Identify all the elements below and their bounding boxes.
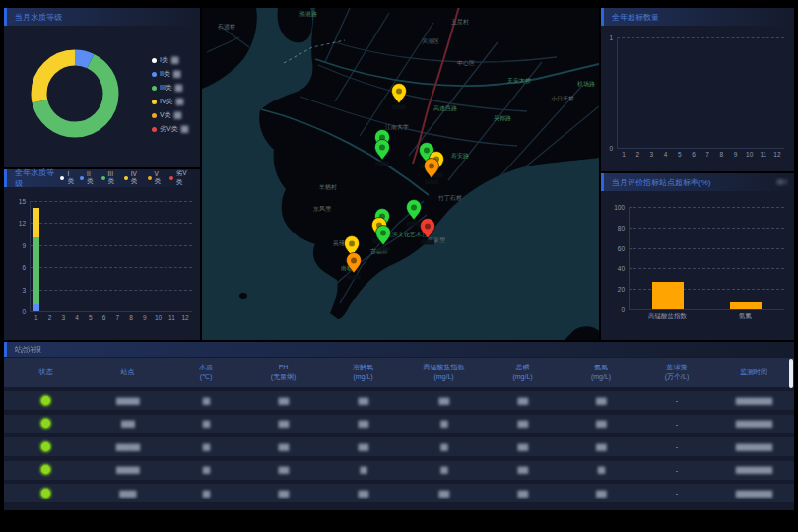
pin-hole (429, 164, 434, 169)
legend-item-IV类[interactable]: IV类██ (152, 97, 187, 106)
table-scrollbar[interactable] (789, 359, 793, 388)
x-tick-3: 3 (644, 151, 658, 158)
gridline-40 (629, 268, 784, 269)
gridline-1 (617, 37, 784, 38)
panel-title: 当月评价指标站点超标率(%) (612, 177, 710, 188)
x-tick-4: 4 (659, 151, 673, 158)
cell-站点: ████ ███ (88, 444, 167, 450)
donut-legend: I类██II类██III类██IV类██V类██劣V类██ (152, 55, 187, 138)
x-tick-7: 7 (700, 151, 714, 158)
panel-station-table: 站点详报 状态站点水温(℃)PH(无量纲)溶解氧(mg/L)高锰酸盐指数(mg/… (4, 342, 794, 510)
station-pin-green-2[interactable] (375, 140, 390, 166)
map-canvas: 石渡桥渔港路五星村滨湖区中心区天安大桥机场路小日庄桥吴都路高速西路江南大学寿安路… (202, 8, 599, 340)
col-unit: (mg/L) (322, 372, 404, 383)
status-cell (4, 464, 88, 476)
legend-dot (152, 72, 157, 77)
y-axis-line (30, 201, 31, 311)
legend-dot (101, 176, 105, 180)
cell-蓝绿藻: - (640, 397, 713, 404)
x-tick-1: 1 (30, 314, 43, 321)
legend-item-劣V类[interactable]: 劣V类 (169, 169, 192, 187)
col-unit: (℃) (167, 372, 244, 383)
x-tick-1: 1 (617, 151, 631, 158)
legend-item-I类[interactable]: I类 (60, 170, 75, 186)
y-axis-line (617, 37, 618, 148)
legend-item-II类[interactable]: II类██ (152, 69, 187, 79)
legend-label: III类 (108, 170, 119, 186)
cell-总磷: ███ (484, 398, 562, 404)
station-pin-green-9[interactable] (376, 226, 391, 252)
rules-link[interactable]: 规则 (776, 178, 786, 187)
map-label: 羊栖村 (318, 184, 337, 191)
station-pin-yellow-0[interactable] (392, 84, 407, 110)
status-ok-icon (40, 441, 51, 452)
legend-value: ██ (175, 85, 182, 91)
y-tick-12: 12 (6, 220, 26, 227)
legend-label: IV类 (160, 97, 173, 106)
y-tick-15: 15 (6, 198, 26, 205)
table-row[interactable]: ████████████████████-█████ ██████ (4, 415, 794, 433)
panel-title-bar: 当月水质等级 (4, 8, 200, 26)
table-row[interactable]: ██████████████████████-█████ ██████ (4, 484, 794, 502)
map-label: 竹丁石桥 (438, 194, 462, 202)
col-label: 溶解氧 (322, 363, 404, 373)
legend-item-V类[interactable]: V类██ (152, 110, 187, 120)
legend-item-I类[interactable]: I类██ (152, 55, 187, 65)
panel-title-bar: 全年超标数量 (601, 8, 794, 26)
cell-站点: █████ (88, 491, 167, 497)
cell-总磷: ███ (484, 444, 562, 450)
legend-dot (80, 176, 84, 180)
status-ok-icon (40, 464, 51, 475)
legend-dot (152, 86, 157, 91)
station-pin-orange-5[interactable] (425, 159, 439, 185)
pin-hole (379, 145, 385, 151)
pin-hole (396, 89, 402, 95)
legend-dot (152, 100, 157, 104)
map-label: 中心区 (457, 59, 475, 66)
legend-item-劣V类[interactable]: 劣V类██ (152, 124, 187, 134)
pin-hole (351, 258, 357, 264)
y-tick-1: 1 (593, 34, 613, 41)
pin-hole (380, 231, 386, 236)
table-row[interactable]: █████████████████████-█████ ██████ (4, 461, 794, 480)
x-tick-10: 10 (152, 314, 166, 321)
legend-item-IV类[interactable]: IV类 (124, 170, 143, 186)
station-pin-green-6[interactable] (407, 200, 422, 227)
cell-PH: ███ (244, 444, 322, 450)
legend-item-II类[interactable]: II类 (80, 170, 96, 186)
table-row[interactable]: ████████████████████████-█████ ██████ (4, 391, 794, 410)
station-pin-orange-12[interactable] (347, 253, 362, 280)
x-tick-5: 5 (673, 151, 687, 158)
x-tick-11: 11 (757, 151, 770, 158)
station-pin-red-10[interactable] (421, 219, 435, 245)
legend-label: IV类 (131, 170, 143, 186)
x-tick-9: 9 (138, 314, 152, 321)
map-label: 高速西路 (433, 104, 457, 112)
table-row[interactable]: ████ ███████████████████-█████ ██████ (4, 437, 794, 456)
gridline-0 (617, 148, 784, 149)
panel-month-water-grade: 当月水质等级 I类██II类██III类██IV类██V类██劣V类██ (4, 8, 200, 167)
x-tick-7: 7 (111, 314, 125, 321)
legend-item-V类[interactable]: V类 (148, 170, 165, 186)
col-header-站点: 站点 (88, 367, 167, 378)
panel-title: 全年水质等级 (15, 167, 60, 189)
stack-seg-IV类-m1 (33, 208, 39, 237)
y-tick-0: 0 (593, 145, 613, 152)
legend-item-III类[interactable]: III类 (101, 170, 119, 186)
map-label: 寿安路 (450, 152, 469, 160)
x-axis-labels: 123456789101112 (617, 151, 784, 158)
cell-监测时间: █████ ██████ (713, 491, 794, 497)
cell-PH: ███ (244, 491, 322, 497)
cell-高锰酸盐指数: ███ (404, 398, 484, 404)
map[interactable]: 石渡桥渔港路五星村滨湖区中心区天安大桥机场路小日庄桥吴都路高速西路江南大学寿安路… (202, 8, 599, 340)
cell-PH: ███ (244, 467, 322, 473)
gridline-0 (629, 309, 784, 310)
map-label: 吴都路 (494, 115, 511, 122)
x-axis-labels: 高锰酸盐指数氨氮 (629, 312, 784, 321)
cell-溶解氧: ███ (322, 398, 404, 404)
legend-dot (60, 176, 64, 180)
pin-label (375, 162, 389, 166)
legend-item-III类[interactable]: III类██ (152, 83, 187, 93)
cell-监测时间: █████ ██████ (713, 421, 794, 427)
y-tick-80: 80 (605, 224, 625, 231)
